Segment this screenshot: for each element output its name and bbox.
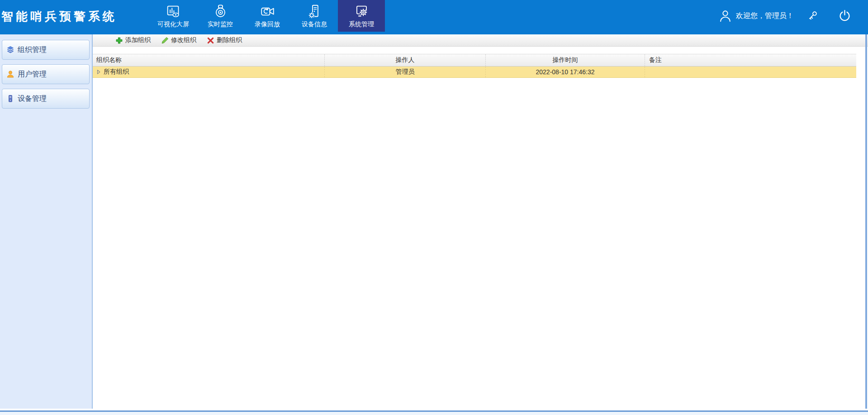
column-header-operator: 操作人: [324, 54, 485, 66]
sidebar-item-device[interactable]: 设备管理: [2, 89, 90, 109]
nav-tab-device-info[interactable]: 设备信息: [291, 0, 338, 32]
app-header: 智能哨兵预警系统 可视化大屏 实时监控 录像回放: [0, 0, 868, 34]
org-name-cell: 所有组织: [93, 67, 324, 77]
add-plus-icon: [115, 37, 123, 44]
app-title: 智能哨兵预警系统: [0, 0, 133, 34]
system-settings-icon: [354, 3, 369, 19]
operator-cell: 管理员: [324, 67, 485, 77]
nav-tab-playback[interactable]: 录像回放: [244, 0, 291, 32]
sidebar-item-label: 用户管理: [18, 70, 47, 79]
window-right-border: [865, 34, 867, 409]
edit-org-button[interactable]: 修改组织: [161, 36, 196, 44]
dashboard-icon: [166, 3, 181, 19]
main-nav: 可视化大屏 实时监控 录像回放 设备信息: [150, 0, 385, 34]
nav-tab-label: 可视化大屏: [157, 20, 189, 29]
table-header-row: 组织名称 操作人 操作时间 备注: [93, 54, 856, 67]
welcome-text: 欢迎您，管理员！: [736, 11, 794, 21]
sidebar-item-organization[interactable]: 组织管理: [2, 40, 90, 60]
content-area: 组织管理 用户管理 设备管理 添加组织: [0, 34, 868, 409]
header-right: 欢迎您，管理员！: [718, 0, 868, 32]
sidebar-item-label: 设备管理: [18, 94, 47, 104]
sidebar-item-user[interactable]: 用户管理: [2, 64, 90, 84]
toolbar-button-label: 修改组织: [171, 36, 196, 44]
app-window: 智能哨兵预警系统 可视化大屏 实时监控 录像回放: [0, 0, 868, 415]
device-icon: [6, 95, 14, 103]
remark-cell: [645, 67, 856, 77]
playback-icon: [260, 3, 275, 19]
delete-x-icon: [207, 37, 214, 44]
table-row[interactable]: 所有组织 管理员 2022-08-10 17:46:32: [93, 67, 856, 78]
toolbar-button-label: 删除组织: [217, 36, 242, 44]
main-panel: 添加组织 修改组织 删除组织 组织名称 操: [93, 34, 868, 409]
nav-tab-live-monitor[interactable]: 实时监控: [197, 0, 244, 32]
logout-power-icon[interactable]: [838, 9, 852, 23]
user-icon: [6, 70, 14, 78]
dome-camera-icon: [213, 3, 228, 19]
column-header-remark: 备注: [645, 54, 856, 66]
delete-org-button[interactable]: 删除组织: [207, 36, 242, 44]
toolbar: 添加组织 修改组织 删除组织: [93, 34, 868, 47]
user-avatar-icon: [718, 9, 732, 23]
footer-bar: [0, 409, 868, 415]
edit-pencil-icon: [161, 37, 169, 44]
time-cell: 2022-08-10 17:46:32: [485, 67, 645, 77]
sidebar: 组织管理 用户管理 设备管理: [0, 34, 93, 409]
org-name-text: 所有组织: [104, 68, 129, 76]
expand-triangle-icon[interactable]: [96, 70, 101, 74]
toolbar-button-label: 添加组织: [125, 36, 151, 44]
change-password-key-icon[interactable]: [806, 10, 819, 22]
nav-tab-label: 系统管理: [349, 20, 374, 29]
org-table: 组织名称 操作人 操作时间 备注 所有组织 管理员 2022-08-10 17:…: [93, 54, 856, 78]
add-org-button[interactable]: 添加组织: [115, 36, 151, 44]
layers-icon: [6, 46, 14, 54]
device-info-icon: [307, 3, 322, 19]
sidebar-item-label: 组织管理: [18, 45, 47, 55]
nav-tab-label: 录像回放: [255, 20, 280, 29]
nav-tab-system-management[interactable]: 系统管理: [338, 0, 385, 32]
nav-tab-label: 设备信息: [302, 20, 327, 29]
column-header-org-name: 组织名称: [93, 54, 324, 66]
nav-tab-visualization[interactable]: 可视化大屏: [150, 0, 197, 32]
column-header-time: 操作时间: [485, 54, 645, 66]
nav-tab-label: 实时监控: [208, 20, 233, 29]
